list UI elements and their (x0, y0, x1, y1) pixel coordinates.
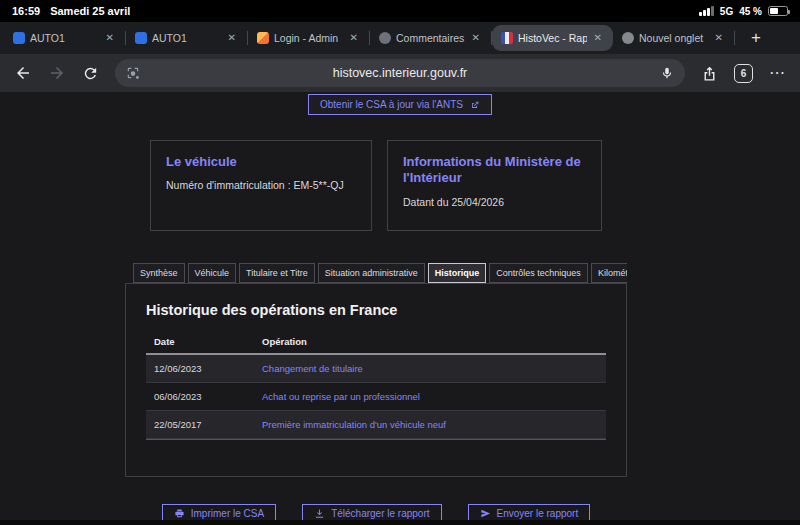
admin-favicon (257, 32, 269, 44)
tab-titulaire-et-titre[interactable]: Titulaire et Titre (239, 263, 315, 283)
download-icon (314, 508, 325, 519)
tab-label: AUTO1 (30, 32, 99, 44)
browser-tab-strip: AUTO1 ✕ AUTO1 ✕ Login - Admin ✕ Commenta… (0, 22, 800, 54)
status-date: Samedi 25 avril (50, 5, 130, 17)
google-lens-icon[interactable] (126, 66, 140, 80)
ants-button-label: Obtenir le CSA à jour via l'ANTS (320, 99, 463, 110)
table-row: 06/06/2023 Achat ou reprise par un profe… (146, 383, 606, 411)
auto1-favicon (13, 32, 25, 44)
bottom-bar (0, 520, 800, 525)
share-button[interactable] (701, 65, 718, 82)
globe-favicon (622, 32, 634, 44)
signal-bars-icon (699, 6, 714, 16)
auto1-favicon (135, 32, 147, 44)
tab-vehicule[interactable]: Véhicule (188, 263, 237, 283)
column-header-operation: Opération (262, 336, 307, 347)
row-date: 22/05/2017 (154, 419, 262, 430)
histovec-favicon (501, 32, 513, 44)
report-tabs: Synthèse Véhicule Titulaire et Titre Sit… (125, 263, 627, 283)
operation-link[interactable]: Première immatriculation d'un véhicule n… (262, 419, 446, 430)
history-panel: Historique des opérations en France Date… (125, 283, 627, 477)
ministry-card-date: Datant du 25/04/2026 (403, 196, 586, 208)
page-content: Obtenir le CSA à jour via l'ANTS Le véhi… (0, 92, 800, 525)
forward-button[interactable] (48, 64, 66, 82)
tab-separator (734, 31, 735, 45)
operation-link[interactable]: Achat ou reprise par un professionnel (262, 391, 420, 402)
tab-close-icon[interactable]: ✕ (592, 31, 604, 45)
reload-button[interactable] (82, 65, 99, 82)
new-tab-button[interactable]: + (743, 28, 769, 48)
tab-close-icon[interactable]: ✕ (348, 31, 360, 45)
browser-tab-login-admin[interactable]: Login - Admin ✕ (248, 25, 369, 51)
tab-close-icon[interactable]: ✕ (104, 31, 116, 45)
row-date: 12/06/2023 (154, 363, 262, 374)
browser-tab-auto1-2[interactable]: AUTO1 ✕ (126, 25, 247, 51)
ministry-card-title: Informations du Ministère de l'Intérieur (403, 154, 586, 187)
tab-label: Login - Admin (274, 32, 343, 44)
browser-tab-auto1-1[interactable]: AUTO1 ✕ (4, 25, 125, 51)
tab-switcher-button[interactable]: 6 (734, 64, 753, 83)
table-row: 22/05/2017 Première immatriculation d'un… (146, 411, 606, 439)
tab-close-icon[interactable]: ✕ (713, 31, 725, 45)
tab-historique[interactable]: Historique (428, 263, 487, 283)
print-button-label: Imprimer le CSA (191, 508, 264, 519)
history-title: Historique des opérations en France (146, 302, 606, 318)
table-row: 12/06/2023 Changement de titulaire (146, 355, 606, 383)
tab-kilometrage[interactable]: Kilométrage (591, 263, 627, 283)
send-button-label: Envoyer le rapport (497, 508, 579, 519)
screen: 16:59 Samedi 25 avril 5G 45 % AUTO1 ✕ AU… (0, 0, 800, 525)
browser-toolbar: histovec.interieur.gouv.fr 6 ⋯ (0, 54, 800, 92)
tab-close-icon[interactable]: ✕ (226, 31, 238, 45)
back-button[interactable] (14, 64, 32, 82)
ministry-card: Informations du Ministère de l'Intérieur… (387, 140, 602, 231)
row-date: 06/06/2023 (154, 391, 262, 402)
vehicle-card-title: Le véhicule (166, 154, 356, 170)
tab-synthese[interactable]: Synthèse (133, 263, 185, 283)
microphone-icon[interactable] (660, 66, 674, 80)
browser-tab-commentaires[interactable]: Commentaires ✕ (370, 25, 491, 51)
tab-situation-administrative[interactable]: Situation administrative (318, 263, 425, 283)
browser-tab-histovec[interactable]: HistoVec - Rap ✕ (492, 25, 613, 51)
tab-label: Commentaires (396, 32, 465, 44)
browser-menu-button[interactable]: ⋯ (769, 65, 786, 81)
battery-percent-label: 45 % (739, 6, 762, 17)
obtenir-csa-ants-button[interactable]: Obtenir le CSA à jour via l'ANTS (308, 94, 492, 115)
tab-label: AUTO1 (152, 32, 221, 44)
tab-label: HistoVec - Rap (518, 32, 587, 44)
battery-icon (768, 6, 788, 16)
column-header-date: Date (154, 336, 262, 347)
history-table: Date Opération 12/06/2023 Changement de … (146, 331, 606, 440)
table-header: Date Opération (146, 331, 606, 355)
vehicle-card: Le véhicule Numéro d'immatriculation : E… (150, 140, 372, 231)
browser-tab-nouvel-onglet[interactable]: Nouvel onglet ✕ (613, 25, 734, 51)
operation-link[interactable]: Changement de titulaire (262, 363, 363, 374)
download-button-label: Télécharger le rapport (331, 508, 429, 519)
status-bar: 16:59 Samedi 25 avril 5G 45 % (0, 0, 800, 22)
registration-number: Numéro d'immatriculation : EM-5**-QJ (166, 179, 356, 191)
tab-label: Nouvel onglet (639, 32, 708, 44)
comments-favicon (379, 32, 391, 44)
network-type-label: 5G (720, 6, 733, 17)
address-bar[interactable]: histovec.interieur.gouv.fr (115, 59, 685, 87)
tab-close-icon[interactable]: ✕ (470, 31, 482, 45)
status-time: 16:59 (12, 5, 40, 17)
external-link-icon (470, 100, 480, 110)
printer-icon (174, 508, 185, 519)
tab-controles-techniques[interactable]: Contrôles techniques (489, 263, 588, 283)
url-text: histovec.interieur.gouv.fr (148, 66, 652, 80)
send-icon (480, 508, 491, 519)
